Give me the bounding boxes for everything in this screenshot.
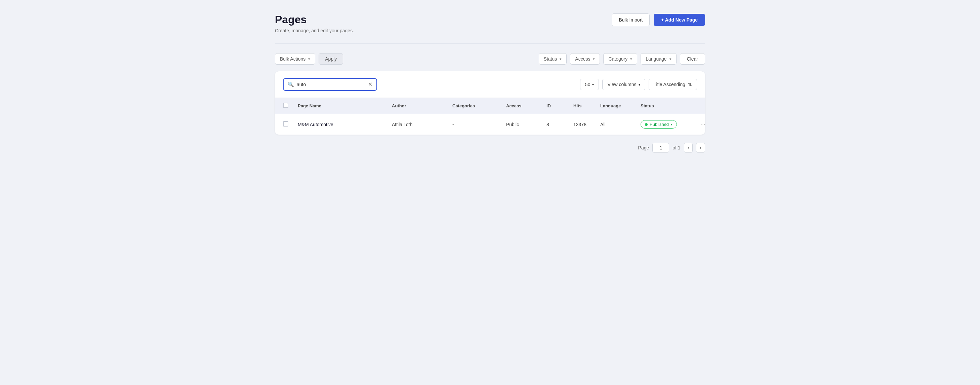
search-input[interactable] — [297, 82, 368, 87]
chevron-down-icon: ▾ — [630, 57, 632, 61]
select-all-checkbox[interactable] — [283, 103, 288, 108]
col-author: Author — [392, 103, 452, 109]
status-dropdown[interactable]: Status ▾ — [539, 53, 567, 65]
sort-order-label: Title Ascending — [654, 82, 685, 87]
apply-button[interactable]: Apply — [318, 53, 343, 65]
row-author: Attila Toth — [392, 122, 452, 127]
chevron-down-icon: ▾ — [670, 57, 671, 61]
per-page-dropdown[interactable]: 50 ▾ — [580, 79, 599, 90]
bulk-actions-label: Bulk Actions — [280, 56, 305, 62]
col-access: Access — [506, 103, 546, 109]
row-status-cell: Published ▾ — [641, 120, 701, 129]
pagination-of: of 1 — [673, 145, 680, 150]
page-title: Pages — [275, 13, 354, 26]
view-columns-button[interactable]: View columns ▾ — [602, 79, 645, 90]
pagination-page-input[interactable] — [652, 143, 669, 153]
main-card: 🔍 ✕ 50 ▾ View columns ▾ Title Ascending … — [275, 71, 705, 134]
row-language: All — [600, 122, 641, 127]
row-access: Public — [506, 122, 546, 127]
col-language: Language — [600, 103, 641, 109]
col-page-name: Page Name — [298, 103, 392, 109]
pagination: Page of 1 ‹ › — [275, 134, 705, 156]
row-more-button[interactable]: ··· — [701, 121, 705, 128]
add-new-page-button[interactable]: + Add New Page — [654, 14, 705, 26]
row-hits: 13378 — [573, 122, 600, 127]
access-dropdown[interactable]: Access ▾ — [570, 53, 600, 65]
status-label: Published — [650, 122, 669, 127]
pagination-next-button[interactable]: › — [696, 143, 705, 153]
toolbar-right: Status ▾ Access ▾ Category ▾ Language ▾ … — [539, 53, 705, 65]
pagination-prev-button[interactable]: ‹ — [684, 143, 693, 153]
toolbar-left: Bulk Actions ▾ Apply — [275, 53, 535, 65]
search-box: 🔍 ✕ — [283, 78, 377, 91]
sort-order-icon: ⇅ — [688, 82, 692, 87]
col-categories: Categories — [452, 103, 506, 109]
col-id: ID — [546, 103, 573, 109]
row-checkbox-cell — [283, 121, 298, 128]
chevron-down-icon: ▾ — [638, 83, 640, 86]
status-label: Status — [544, 56, 557, 62]
col-checkbox — [283, 103, 298, 109]
row-categories: - — [452, 122, 506, 127]
search-icon: 🔍 — [288, 81, 294, 88]
language-dropdown[interactable]: Language ▾ — [641, 53, 676, 65]
sort-controls: 50 ▾ View columns ▾ Title Ascending ⇅ — [580, 79, 697, 90]
chevron-down-icon: ▾ — [560, 57, 562, 61]
table-row: M&M Automotive Attila Toth - Public 8 13… — [275, 114, 705, 134]
row-more-cell: ··· — [701, 121, 705, 128]
view-columns-label: View columns — [607, 82, 636, 87]
language-label: Language — [646, 56, 667, 62]
row-id: 8 — [546, 122, 573, 127]
pagination-label: Page — [638, 145, 649, 150]
header-divider — [275, 43, 705, 44]
header-actions: Bulk Import + Add New Page — [612, 13, 705, 26]
bulk-import-button[interactable]: Bulk Import — [612, 13, 650, 26]
status-badge[interactable]: Published ▾ — [641, 120, 677, 129]
per-page-value: 50 — [585, 82, 590, 87]
bulk-actions-dropdown[interactable]: Bulk Actions ▾ — [275, 53, 315, 65]
chevron-down-icon: ▾ — [593, 57, 595, 61]
table-header: Page Name Author Categories Access ID Hi… — [275, 98, 705, 114]
category-dropdown[interactable]: Category ▾ — [603, 53, 637, 65]
col-hits: Hits — [573, 103, 600, 109]
row-page-name: M&M Automotive — [298, 122, 392, 127]
search-clear-button[interactable]: ✕ — [368, 82, 372, 87]
chevron-down-icon: ▾ — [671, 123, 673, 126]
row-checkbox[interactable] — [283, 121, 288, 126]
sort-order-button[interactable]: Title Ascending ⇅ — [649, 79, 697, 90]
toolbar: Bulk Actions ▾ Apply Status ▾ Access ▾ C… — [275, 53, 705, 65]
chevron-down-icon: ▾ — [592, 83, 594, 86]
col-status: Status — [641, 103, 701, 109]
clear-button[interactable]: Clear — [680, 53, 705, 65]
access-label: Access — [575, 56, 590, 62]
search-sort-bar: 🔍 ✕ 50 ▾ View columns ▾ Title Ascending … — [275, 71, 705, 98]
category-label: Category — [608, 56, 627, 62]
chevron-down-icon: ▾ — [308, 57, 310, 61]
page-subtitle: Create, manage, and edit your pages. — [275, 28, 354, 33]
status-dot-icon — [645, 123, 648, 126]
